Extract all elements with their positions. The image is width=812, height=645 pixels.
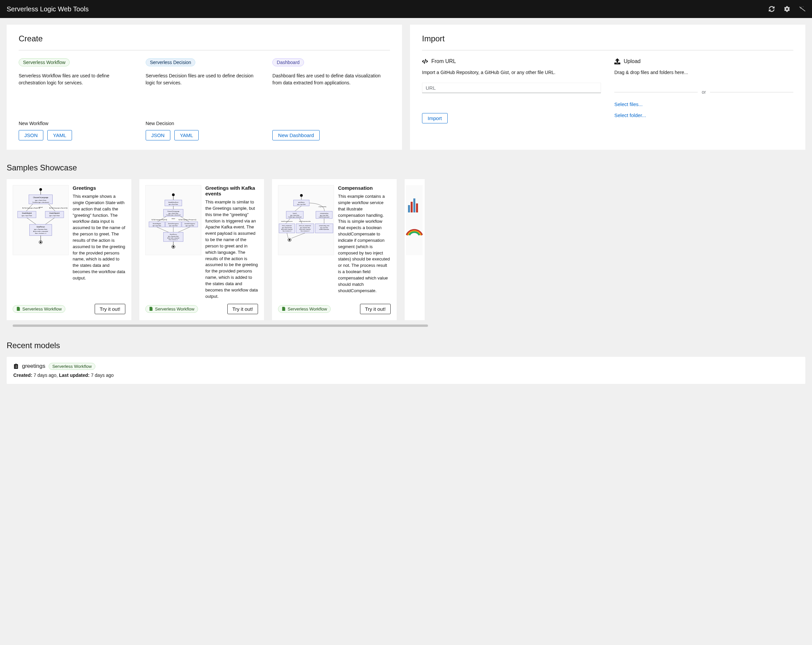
select-folder-link[interactable]: Select folder...: [614, 112, 793, 118]
svg-text:Num. of actions = 1: Num. of actions = 1: [35, 232, 46, 234]
tag-decision: Serverless Decision: [146, 58, 196, 66]
svg-line-96: [287, 233, 288, 238]
svg-text:${.[?(@.language=='Spanish')]}: ${.[?(@.language=='Spanish')]}: [49, 207, 68, 209]
file-icon: [282, 307, 285, 311]
create-col-workflow: Serverless Workflow Serverless Workflow …: [19, 58, 136, 141]
json-button[interactable]: JSON: [19, 130, 43, 141]
svg-point-27: [172, 193, 175, 196]
try-button[interactable]: Try it out!: [95, 304, 125, 314]
svg-text:type = Inject State: type = Inject State: [297, 204, 306, 205]
svg-text:Condition type = data-based: Condition type = data-based: [166, 214, 180, 216]
svg-text:type = Operation State: type = Operation State: [34, 228, 47, 230]
sample-desc: This example shows a single Operation St…: [73, 193, 125, 281]
desc-decision: Serverless Decision files are used to de…: [146, 72, 263, 107]
svg-text:GreetPerson: GreetPerson: [169, 234, 177, 235]
svg-text:${.[?(@.language=='English')]}: ${.[?(@.language=='English')]}: [152, 219, 167, 220]
broadcast-off-icon[interactable]: [799, 6, 805, 12]
import-columns: From URL Import a GitHub Repository, a G…: [422, 58, 793, 124]
sample-desc: This example is similar to the Greetings…: [205, 199, 258, 300]
svg-text:type = Switch State: type = Switch State: [35, 199, 47, 201]
svg-text:HandleNewGreet: HandleNewGreet: [168, 202, 179, 203]
new-workflow-label: New Workflow: [19, 121, 136, 126]
desc-workflow: Serverless Workflow files are used to de…: [19, 72, 136, 107]
recent-card[interactable]: greetings Serverless Workflow Created: 7…: [7, 357, 805, 384]
svg-text:compensating: compensating: [320, 212, 328, 214]
svg-point-62: [300, 194, 303, 197]
header: Serverless Logic Web Tools: [0, 0, 812, 18]
svg-text:type = Event State: type = Event State: [169, 204, 178, 205]
try-button[interactable]: Try it out!: [360, 304, 391, 314]
file-icon: [16, 307, 20, 311]
sample-card-compensation: printStatus type = Inject State compensa…: [272, 179, 397, 320]
svg-point-61: [172, 246, 174, 248]
create-title: Create: [19, 34, 390, 43]
svg-text:Condition type = data-based: Condition type = data-based: [32, 202, 49, 203]
svg-text:Action mode = sequential: Action mode = sequential: [281, 229, 293, 230]
svg-text:Num. of actions = 1: Num. of actions = 1: [169, 239, 178, 240]
divider: [422, 50, 793, 50]
code-icon: [422, 58, 428, 64]
svg-point-0: [39, 188, 42, 191]
svg-text:GreetInEnglish: GreetInEnglish: [153, 223, 161, 225]
showcase-row[interactable]: ChooseOnLanguage type = Switch State Con…: [7, 179, 805, 324]
svg-text:type = Inject State: type = Inject State: [49, 215, 60, 217]
svg-line-67: [295, 206, 301, 211]
sample-diagram-partial: [406, 185, 423, 255]
svg-rect-103: [416, 203, 418, 212]
url-input[interactable]: [422, 83, 601, 93]
svg-line-97: [292, 233, 305, 238]
svg-rect-102: [413, 199, 415, 212]
svg-point-26: [40, 241, 42, 243]
recent-name: greetings: [22, 363, 45, 370]
svg-text:branch: branch: [293, 212, 297, 214]
sample-card-kafka: HandleNewGreet type = Event State Choose…: [139, 179, 264, 320]
svg-text:GreetInEnglish: GreetInEnglish: [22, 212, 32, 214]
or-divider: or: [614, 89, 793, 95]
import-title: Import: [422, 34, 793, 43]
upload-heading: Upload: [614, 58, 793, 64]
header-actions: [769, 6, 805, 12]
json-button[interactable]: JSON: [146, 130, 170, 141]
yaml-button[interactable]: YAML: [47, 130, 72, 141]
tag-dashboard: Dashboard: [272, 58, 304, 66]
new-dashboard-button[interactable]: New Dashboard: [272, 130, 320, 141]
upload-col: Upload Drag & drop files and folders her…: [614, 58, 793, 124]
svg-point-99: [288, 239, 290, 241]
try-button[interactable]: Try it out!: [227, 304, 258, 314]
gear-icon[interactable]: [784, 6, 790, 12]
upload-label: Upload: [624, 58, 641, 64]
refresh-icon[interactable]: [769, 6, 775, 12]
upload-icon: [614, 58, 620, 64]
svg-text:type = Operation State: type = Operation State: [300, 227, 310, 228]
import-button[interactable]: Import: [422, 113, 448, 124]
scrollbar[interactable]: [7, 324, 805, 327]
svg-text:ChooseOnLanguage: ChooseOnLanguage: [33, 197, 48, 199]
svg-text:GreetInSpanish: GreetInSpanish: [49, 212, 60, 214]
tag-workflow: Serverless Workflow: [19, 58, 70, 66]
svg-text:printStatus: printStatus: [298, 202, 305, 203]
svg-text:type = Operation State: type = Operation State: [282, 227, 292, 228]
svg-text:default: default: [39, 206, 43, 208]
svg-text:GreetInPortuguese: GreetInPortuguese: [185, 223, 195, 225]
svg-text:compensating_more: compensating_more: [319, 225, 329, 226]
new-decision-label: New Decision: [146, 121, 263, 126]
svg-text:type = Switch State: type = Switch State: [168, 213, 179, 214]
svg-text:type = Inject State: type = Inject State: [186, 225, 194, 226]
spacer: [272, 121, 390, 126]
select-files-link[interactable]: Select files...: [614, 101, 793, 107]
svg-text:Num. of actions = 0: Num. of actions = 0: [301, 231, 309, 232]
showcase-title: Samples Showcase: [7, 163, 805, 173]
sample-title: Greetings: [73, 185, 125, 191]
svg-line-17: [27, 218, 36, 225]
from-url-col: From URL Import a GitHub Repository, a G…: [422, 58, 601, 124]
sample-diagram: HandleNewGreet type = Event State Choose…: [145, 185, 201, 255]
svg-text:${.[?(@.language=='Portuguese': ${.[?(@.language=='Portuguese')]}: [179, 219, 197, 220]
create-columns: Serverless Workflow Serverless Workflow …: [19, 58, 390, 141]
yaml-button[interactable]: YAML: [174, 130, 199, 141]
file-icon: [149, 307, 153, 311]
svg-text:.shouldCompensate==false: .shouldCompensate==false: [299, 221, 311, 222]
svg-text:.shouldCompensate==true: .shouldCompensate==true: [281, 221, 293, 222]
sample-card-greetings: ChooseOnLanguage type = Switch State Con…: [7, 179, 131, 320]
upload-desc: Drag & drop files and folders here...: [614, 69, 793, 76]
svg-text:usedForCompensation: usedForCompensation: [319, 217, 329, 218]
